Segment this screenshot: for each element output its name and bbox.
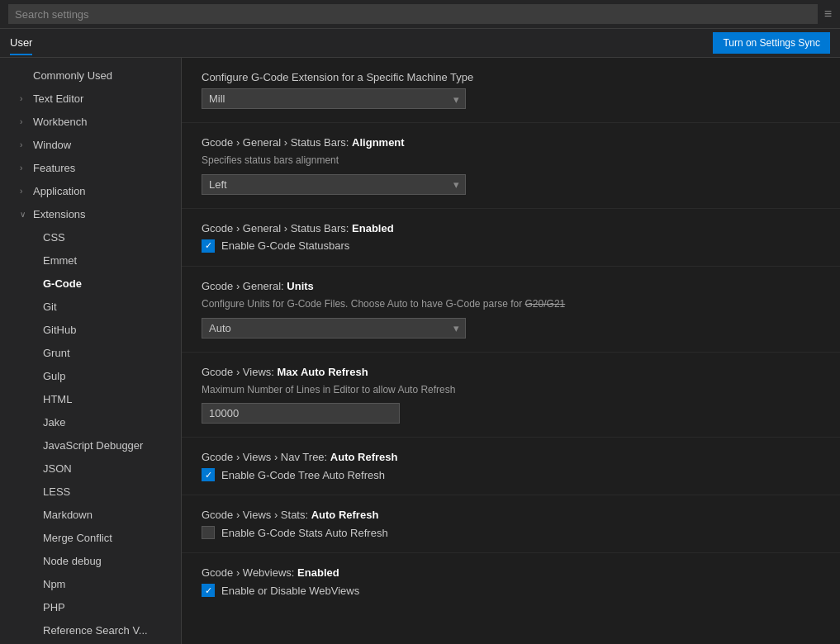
checkbox-row-webviews-enabled: Enable or Disable WebViews xyxy=(202,584,820,597)
sidebar-item-github[interactable]: GitHub xyxy=(0,319,181,342)
chevron-icon-window: › xyxy=(20,136,33,154)
sidebar-label-workbench: Workbench xyxy=(33,113,88,131)
checkbox-label-webviews-enabled: Enable or Disable WebViews xyxy=(221,585,359,597)
chevron-icon-text-editor: › xyxy=(20,90,33,108)
select-status-bars-alignment[interactable]: LeftRightCenter xyxy=(202,174,466,195)
sidebar-item-json[interactable]: JSON xyxy=(0,457,181,481)
search-settings-input[interactable] xyxy=(8,4,818,24)
select-machine-type[interactable]: MillLatheRouter xyxy=(202,88,466,109)
checkbox-label-status-bars-enabled: Enable G-Code Statusbars xyxy=(221,239,349,252)
sidebar-item-gulp[interactable]: Gulp xyxy=(0,365,181,388)
setting-desc-units: Configure Units for G-Code Files. Choose… xyxy=(202,297,820,311)
sidebar-item-emmet[interactable]: Emmet xyxy=(0,249,181,272)
sidebar-item-window[interactable]: ›Window xyxy=(0,134,181,157)
chevron-icon-features: › xyxy=(20,159,33,178)
sidebar-label-emmet: Emmet xyxy=(43,252,77,270)
setting-title-max-auto-refresh: Gcode › Views: Max Auto Refresh xyxy=(202,366,820,378)
sidebar-item-workbench[interactable]: ›Workbench xyxy=(0,111,181,134)
sidebar-label-git: Git xyxy=(43,298,57,316)
setting-section-nav-tree-auto-refresh: Gcode › Views › Nav Tree: Auto RefreshEn… xyxy=(182,438,840,495)
chevron-icon-application: › xyxy=(20,182,33,201)
checkbox-stats-auto-refresh[interactable] xyxy=(202,526,215,539)
setting-desc-max-auto-refresh: Maximum Number of Lines in Editor to all… xyxy=(202,383,820,397)
main-layout: Commonly Used›Text Editor›Workbench›Wind… xyxy=(0,58,840,644)
sidebar-label-merge-conflict: Merge Conflict xyxy=(43,529,112,547)
checkbox-row-status-bars-enabled: Enable G-Code Statusbars xyxy=(202,239,820,253)
setting-section-status-bars-enabled: Gcode › General › Status Bars: EnabledEn… xyxy=(182,209,840,267)
sidebar-item-merge-conflict[interactable]: Merge Conflict xyxy=(0,527,181,550)
input-max-auto-refresh[interactable] xyxy=(202,403,400,424)
sidebar-label-npm: Npm xyxy=(43,575,65,594)
checkbox-nav-tree-auto-refresh[interactable] xyxy=(202,468,215,481)
checkbox-row-nav-tree-auto-refresh: Enable G-Code Tree Auto Refresh xyxy=(202,468,820,481)
sidebar-item-text-editor[interactable]: ›Text Editor xyxy=(0,88,181,111)
sidebar-item-application[interactable]: ›Application xyxy=(0,180,181,203)
sidebar-label-text-editor: Text Editor xyxy=(33,90,83,108)
sidebar-label-application: Application xyxy=(33,182,86,201)
menu-icon[interactable]: ≡ xyxy=(824,7,832,21)
sidebar-item-javascript-debugger[interactable]: JavaScript Debugger xyxy=(0,434,181,457)
sidebar-item-jake[interactable]: Jake xyxy=(0,411,181,434)
sidebar-item-node-debug[interactable]: Node debug xyxy=(0,550,181,573)
sidebar-label-commonly-used: Commonly Used xyxy=(33,67,112,85)
setting-title-stats-auto-refresh: Gcode › Views › Stats: Auto Refresh xyxy=(202,509,820,521)
setting-title-machine-type: Configure G-Code Extension for a Specifi… xyxy=(202,71,820,83)
sidebar-item-features[interactable]: ›Features xyxy=(0,157,181,180)
tab-bar: User Turn on Settings Sync xyxy=(0,29,840,58)
sidebar-label-less: LESS xyxy=(43,483,70,501)
setting-section-max-auto-refresh: Gcode › Views: Max Auto RefreshMaximum N… xyxy=(182,353,840,438)
select-units[interactable]: AutoInchesMillimeters xyxy=(202,318,466,339)
sidebar-label-grunt: Grunt xyxy=(43,344,70,362)
sidebar-label-html: HTML xyxy=(43,391,72,409)
sidebar-item-commonly-used[interactable]: Commonly Used xyxy=(0,64,181,88)
sidebar-item-g-code[interactable]: G-Code xyxy=(0,272,181,296)
sidebar-label-node-debug: Node debug xyxy=(43,552,102,571)
setting-title-nav-tree-auto-refresh: Gcode › Views › Nav Tree: Auto Refresh xyxy=(202,451,820,463)
sidebar-label-css: CSS xyxy=(43,229,65,247)
setting-section-webviews-enabled: Gcode › Webviews: EnabledEnable or Disab… xyxy=(182,553,840,610)
sidebar-label-reference-search: Reference Search V... xyxy=(43,622,148,640)
sidebar-item-html[interactable]: HTML xyxy=(0,388,181,411)
sidebar-item-git[interactable]: Git xyxy=(0,296,181,319)
sidebar-label-g-code: G-Code xyxy=(43,275,82,293)
tab-user[interactable]: User xyxy=(10,31,32,55)
checkbox-label-nav-tree-auto-refresh: Enable G-Code Tree Auto Refresh xyxy=(221,469,385,481)
setting-desc-status-bars-alignment: Specifies status bars alignment xyxy=(202,154,820,168)
sidebar-label-php: PHP xyxy=(43,599,65,617)
chevron-icon-extensions: ∨ xyxy=(20,206,33,224)
sidebar-label-markdown: Markdown xyxy=(43,506,93,524)
setting-title-webviews-enabled: Gcode › Webviews: Enabled xyxy=(202,566,820,579)
setting-section-machine-type: Configure G-Code Extension for a Specifi… xyxy=(182,58,840,123)
setting-section-stats-auto-refresh: Gcode › Views › Stats: Auto RefreshEnabl… xyxy=(182,495,840,553)
sidebar-label-github: GitHub xyxy=(43,321,76,339)
sidebar-label-javascript-debugger: JavaScript Debugger xyxy=(43,437,143,455)
sidebar-item-extensions[interactable]: ∨Extensions xyxy=(0,203,181,226)
sidebar-item-markdown[interactable]: Markdown xyxy=(0,504,181,527)
checkbox-webviews-enabled[interactable] xyxy=(202,584,215,597)
sync-button[interactable]: Turn on Settings Sync xyxy=(713,32,830,54)
sidebar-label-features: Features xyxy=(33,159,75,178)
sidebar-label-json: JSON xyxy=(43,460,72,478)
sidebar-item-css[interactable]: CSS xyxy=(0,226,181,249)
settings-content: Configure G-Code Extension for a Specifi… xyxy=(182,58,840,644)
checkbox-status-bars-enabled[interactable] xyxy=(202,239,215,253)
setting-title-units: Gcode › General: Units xyxy=(202,280,820,292)
select-wrapper-units: AutoInchesMillimeters xyxy=(202,318,466,339)
sidebar-label-extensions: Extensions xyxy=(33,206,86,224)
checkbox-label-stats-auto-refresh: Enable G-Code Stats Auto Refresh xyxy=(221,527,388,539)
sidebar-item-npm[interactable]: Npm xyxy=(0,573,181,596)
sidebar: Commonly Used›Text Editor›Workbench›Wind… xyxy=(0,58,182,644)
sidebar-label-window: Window xyxy=(33,136,71,154)
sidebar-item-reference-search[interactable]: Reference Search V... xyxy=(0,619,181,642)
chevron-icon-workbench: › xyxy=(20,113,33,131)
top-search-bar: ≡ xyxy=(0,0,840,29)
sidebar-item-grunt[interactable]: Grunt xyxy=(0,342,181,365)
select-wrapper-status-bars-alignment: LeftRightCenter xyxy=(202,174,466,195)
setting-section-status-bars-alignment: Gcode › General › Status Bars: Alignment… xyxy=(182,123,840,209)
sidebar-item-php[interactable]: PHP xyxy=(0,596,181,619)
checkbox-row-stats-auto-refresh: Enable G-Code Stats Auto Refresh xyxy=(202,526,820,539)
select-wrapper-machine-type: MillLatheRouter xyxy=(202,88,466,109)
sidebar-label-jake: Jake xyxy=(43,414,65,432)
sidebar-item-less[interactable]: LESS xyxy=(0,481,181,504)
sidebar-label-gulp: Gulp xyxy=(43,367,65,386)
